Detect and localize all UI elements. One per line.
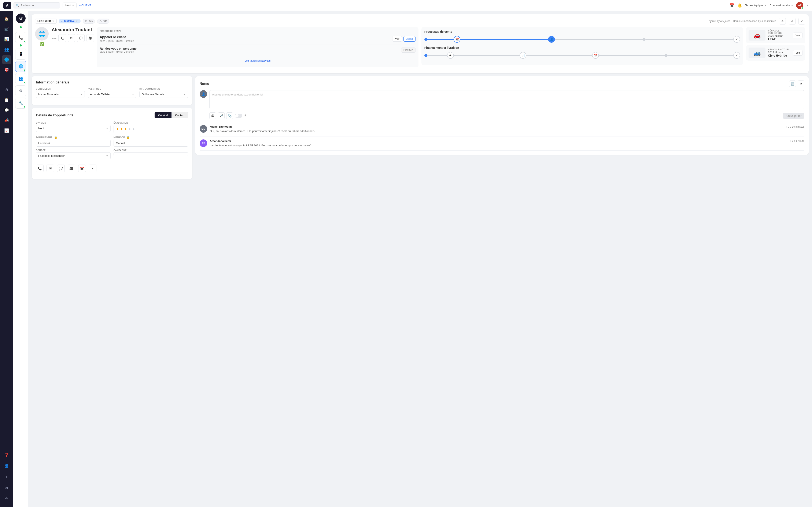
bottom-video-btn[interactable]: 🎥 — [68, 165, 75, 172]
bottom-phone-btn[interactable]: 📞 — [36, 165, 44, 172]
bottom-section: Information générale CONSEILLER Michel D… — [32, 76, 809, 179]
action-phone[interactable]: 📞 — [15, 32, 26, 43]
tab-contact[interactable]: Contact — [171, 112, 188, 118]
source-select[interactable]: Facebook Messenger ▼ — [36, 152, 111, 159]
vehicle-current-view-btn[interactable]: Voir — [793, 50, 803, 56]
star-1[interactable]: ★ — [116, 127, 119, 131]
lock-icon-2: 🔒 — [126, 136, 130, 139]
note-toolbar: @ 🎤 📎 👁 Sauvegarder — [209, 111, 804, 120]
settings-button[interactable]: ⚙ — [779, 18, 786, 24]
sidebar-item-list[interactable]: 📋 — [2, 96, 11, 105]
vehicle-current-row: 🚙 VÉHICULE ACTUEL 2017 Honda Civic Hybri… — [749, 48, 803, 58]
note-input[interactable]: Ajoutez une note ou déposez un fichier i… — [209, 90, 804, 109]
sidebar-item-targets[interactable]: 🎯 — [2, 65, 11, 74]
opp-form-row-2: FOURNISSEUR 🔒 Facebook MÉTHODE 🔒 — [36, 136, 188, 147]
search-bar[interactable]: 🔍 — [13, 2, 60, 8]
conseiller-select[interactable]: Michel Dumoulin ▼ — [36, 91, 85, 98]
app-logo: A — [3, 2, 11, 9]
save-note-button[interactable]: Sauvegarder — [783, 113, 804, 119]
star-rating[interactable]: ★ ★ ★ ★ ★ — [116, 127, 135, 131]
tab-general[interactable]: Général — [155, 112, 171, 118]
sidebar-item-chat[interactable]: 💬 — [2, 106, 11, 115]
composer-avatar: 👤 — [200, 90, 207, 98]
video-action[interactable]: 🎥 — [86, 34, 94, 42]
planned-badge: Planifiée — [401, 48, 415, 53]
lead-type-btn[interactable]: Lead ▼ — [63, 3, 77, 8]
tentative-badge[interactable]: ● Tentative ▼ — [59, 19, 81, 23]
action-settings-small[interactable]: ⚙ — [15, 86, 26, 96]
evaluation-field: ÉVALUATION ★ ★ ★ ★ ★ — [113, 122, 188, 133]
star-2[interactable]: ★ — [120, 127, 123, 131]
dealer-selector[interactable]: Concessionnaire ▼ — [769, 4, 793, 7]
message-action[interactable]: 💬 — [77, 34, 85, 42]
action-wrench[interactable]: 🔧 — [15, 98, 26, 109]
source-value: Facebook Messenger — [38, 154, 65, 157]
add-client-button[interactable]: + CLIENT — [79, 4, 91, 7]
comment-1-header: Michel Dumoulin Il y a 15 minutes — [210, 125, 804, 128]
star-5[interactable]: ★ — [132, 127, 135, 131]
wrench-notification-dot — [23, 106, 26, 108]
sidebar-item-exchange[interactable]: ↔ — [2, 75, 11, 84]
voir-button[interactable]: Voir — [392, 36, 402, 42]
step1-buttons: Voir Appel — [392, 36, 415, 42]
campagne-input[interactable] — [113, 152, 188, 156]
chevron-down-icon: ▼ — [52, 20, 54, 22]
sidebar-item-broadcast[interactable]: 📣 — [2, 116, 11, 125]
notes-action-buttons: 🔄 ⚗ — [789, 80, 804, 87]
fournisseur-label-text: FOURNISSEUR — [36, 136, 52, 138]
visibility-toggle[interactable] — [235, 114, 242, 118]
sidebar-item-home[interactable]: 🏠 — [2, 14, 11, 24]
dir-field: DIR. COMMERCIAL Guillaume Gervais ▼ — [139, 88, 188, 98]
star-3[interactable]: ★ — [124, 127, 127, 131]
user-avatar[interactable]: AT — [796, 2, 803, 9]
agent-select[interactable]: Amanda Taillefer ▼ — [88, 91, 137, 98]
added-date: Ajouté il y a 5 jours — [709, 20, 730, 22]
team-selector[interactable]: Toutes équipes ▼ — [745, 4, 767, 7]
bottom-calendar-btn[interactable]: 📅 — [78, 165, 86, 172]
attach-button[interactable]: 📎 — [226, 112, 233, 119]
star-4[interactable]: ★ — [128, 127, 131, 131]
appel-button[interactable]: Appel — [403, 36, 415, 42]
comment-2-body: Amanda taillefer Il y a 1 heure La clien… — [210, 139, 804, 148]
f-icon-check: ✓ — [733, 52, 740, 59]
phone-action[interactable]: 📞 — [58, 34, 66, 42]
email-action[interactable]: ✉ — [68, 34, 75, 42]
online-dot — [801, 7, 803, 9]
bottom-more-btn[interactable]: ▸ — [89, 165, 96, 172]
sidebar-item-trend[interactable]: 📈 — [2, 126, 11, 135]
mic-button[interactable]: 🎤 — [218, 112, 224, 119]
calendar-icon[interactable]: 📅 — [730, 3, 734, 8]
step2-title: Rendez-vous en personne — [100, 47, 137, 50]
main-content: LEAD WEB ▼ ● Tentative ▼ ⏱ 32s ⏲ 18s Ajo… — [28, 11, 812, 182]
lock-icon: 🔒 — [54, 136, 57, 139]
bell-icon[interactable]: 🔔 — [738, 3, 742, 8]
financing-title: Financement et livraison — [424, 46, 740, 49]
evaluation-stars[interactable]: ★ ★ ★ ★ ★ — [113, 125, 188, 133]
search-input[interactable] — [20, 4, 50, 7]
verified-check: ✅ — [40, 42, 44, 47]
dir-select[interactable]: Guillaume Gervais ▼ — [139, 91, 188, 98]
share-button[interactable]: ↗ — [799, 18, 805, 24]
filter-button[interactable]: ⚗ — [798, 80, 804, 87]
opp-tabs: Général Contact — [155, 112, 188, 118]
action-web[interactable]: 🌐 — [15, 61, 26, 72]
sidebar-item-web[interactable]: 🌐 — [2, 55, 11, 64]
mention-button[interactable]: @ — [209, 112, 216, 119]
lead-web-button[interactable]: LEAD WEB ▼ — [35, 18, 57, 24]
note-input-container: Ajoutez une note ou déposez un fichier i… — [209, 90, 804, 120]
action-call[interactable]: 📱 — [15, 49, 26, 60]
action-people[interactable]: 👥 — [15, 73, 26, 84]
vehicle-searched-view-btn[interactable]: Voir — [793, 33, 803, 38]
toggle-knob — [235, 114, 239, 117]
sidebar-item-timer[interactable]: ⏱ — [2, 86, 11, 95]
dots-menu[interactable]: ●●● — [52, 37, 57, 40]
refresh-button[interactable]: 🔄 — [789, 80, 796, 87]
bottom-chat-btn[interactable]: 💬 — [57, 165, 65, 172]
division-select[interactable]: Neuf ▼ — [36, 125, 111, 132]
sidebar-item-cart[interactable]: 🛒 — [2, 24, 11, 34]
bottom-email-btn[interactable]: ✉ — [47, 165, 54, 172]
sidebar-item-analytics[interactable]: 📊 — [2, 35, 11, 44]
view-all-button[interactable]: Voir toutes les activités — [100, 57, 415, 64]
print-button[interactable]: 🖨 — [789, 18, 796, 24]
sidebar-item-users[interactable]: 👥 — [2, 45, 11, 54]
